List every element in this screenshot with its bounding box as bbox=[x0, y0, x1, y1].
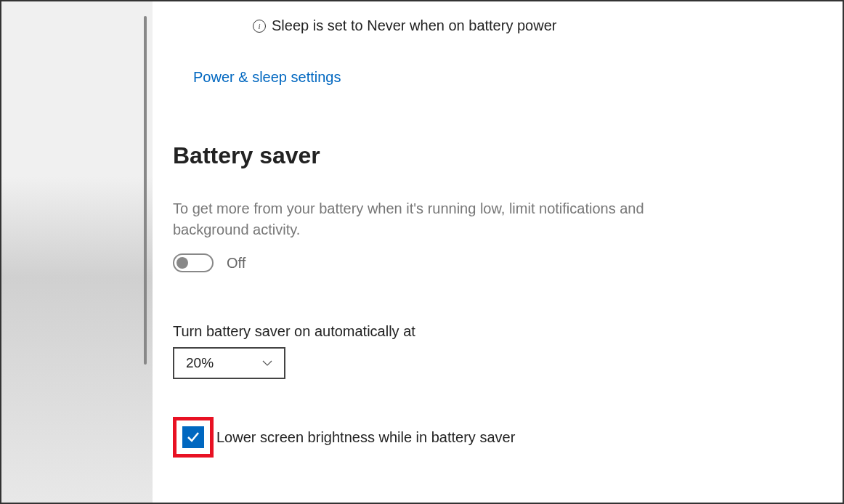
brightness-checkbox[interactable] bbox=[182, 426, 204, 448]
battery-saver-heading: Battery saver bbox=[173, 142, 813, 169]
toggle-knob bbox=[176, 257, 188, 269]
info-text: Sleep is set to Never when on battery po… bbox=[272, 17, 556, 34]
threshold-value: 20% bbox=[186, 355, 214, 371]
annotation-highlight bbox=[173, 417, 214, 458]
battery-saver-toggle-row: Off bbox=[173, 253, 813, 272]
check-icon bbox=[186, 430, 200, 444]
content-panel: i Sleep is set to Never when on battery … bbox=[153, 1, 843, 503]
sidebar-panel bbox=[1, 1, 153, 503]
battery-saver-toggle[interactable] bbox=[173, 253, 214, 272]
chevron-down-icon bbox=[262, 358, 272, 368]
auto-threshold-label: Turn battery saver on automatically at bbox=[173, 323, 813, 340]
battery-saver-description: To get more from your battery when it's … bbox=[173, 198, 667, 240]
threshold-dropdown[interactable]: 20% bbox=[173, 347, 285, 379]
info-notice: i Sleep is set to Never when on battery … bbox=[253, 17, 813, 34]
scrollbar[interactable] bbox=[144, 16, 147, 365]
brightness-checkbox-label: Lower screen brightness while in battery… bbox=[216, 429, 515, 446]
toggle-state-label: Off bbox=[227, 255, 246, 272]
power-sleep-settings-link[interactable]: Power & sleep settings bbox=[193, 69, 813, 86]
brightness-checkbox-row: Lower screen brightness while in battery… bbox=[173, 417, 813, 458]
info-icon: i bbox=[253, 20, 266, 33]
